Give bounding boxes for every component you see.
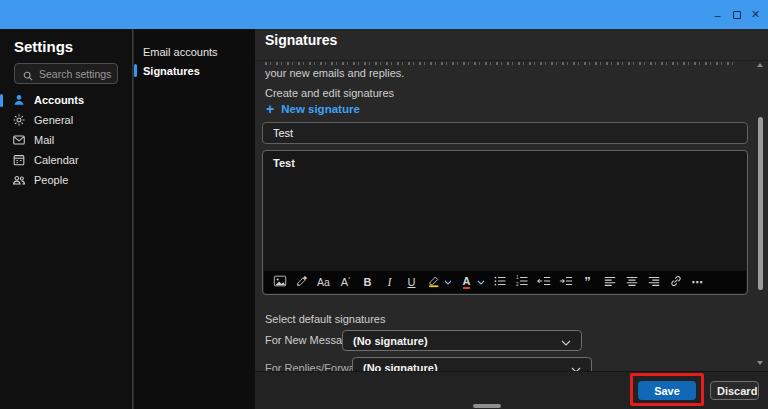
sidebar-item-mail[interactable]: Mail [0, 130, 133, 150]
page-title: Signatures [265, 32, 337, 48]
align-center-button[interactable] [624, 272, 639, 292]
chevron-down-icon[interactable] [444, 280, 452, 285]
for-new-messages-select[interactable]: (No signature) [342, 330, 582, 351]
search-input[interactable] [39, 68, 113, 80]
plus-icon: + [266, 103, 274, 115]
envelope-icon [12, 133, 26, 147]
clipped-text-line [265, 62, 733, 65]
sidebar-item-general[interactable]: General [0, 110, 133, 130]
new-signature-button[interactable]: + New signature [266, 103, 360, 115]
settings-nav: AccountsGeneralMailCalendarPeople [0, 90, 133, 190]
signature-editor-frame: Test AaA°BIUA12”⋯ [262, 150, 748, 295]
sidebar-item-label: Calendar [34, 154, 79, 166]
chevron-down-icon [561, 332, 571, 350]
subnav-item-email-accounts[interactable]: Email accounts [134, 42, 255, 61]
font-name-icon: Aa [317, 276, 330, 288]
settings-heading: Settings [14, 38, 73, 55]
create-signatures-label: Create and edit signatures [265, 87, 394, 99]
align-left-button[interactable] [602, 272, 617, 292]
save-button[interactable]: Save [638, 381, 696, 400]
selected-option: (No signature) [353, 335, 561, 347]
align-left-icon [603, 274, 617, 290]
sidebar-item-label: General [34, 114, 73, 126]
insert-image-button[interactable] [272, 272, 287, 292]
signatures-panel: Signatures your new emails and replies. … [255, 29, 768, 409]
subnav-item-label: Email accounts [143, 46, 218, 58]
sidebar-item-label: Mail [34, 134, 54, 146]
text-highlight-button[interactable] [426, 272, 441, 292]
svg-text:1: 1 [515, 275, 518, 280]
insert-link-icon [669, 274, 683, 290]
window-titlebar: – ✕ [0, 0, 768, 29]
decrease-indent-icon [537, 274, 551, 290]
increase-indent-button[interactable] [558, 272, 573, 292]
blockquote-button[interactable]: ” [580, 272, 595, 292]
person-icon [12, 93, 26, 107]
numbered-list-icon: 12 [515, 274, 529, 290]
scroll-down-arrow[interactable] [757, 361, 763, 365]
sidebar-item-people[interactable]: People [0, 170, 133, 190]
chevron-down-icon[interactable] [477, 280, 485, 285]
font-color-icon: A [463, 275, 471, 289]
more-formatting-icon: ⋯ [692, 276, 704, 289]
italic-button[interactable]: I [382, 272, 397, 292]
intro-text: your new emails and replies. [265, 67, 404, 79]
window-controls: – ✕ [708, 0, 765, 29]
new-signature-label: New signature [281, 103, 360, 115]
italic-icon: I [388, 275, 392, 290]
font-color-button[interactable]: A [459, 272, 474, 292]
signature-name-input[interactable] [262, 122, 748, 144]
default-signatures-label: Select default signatures [265, 313, 385, 325]
calendar-icon [12, 153, 26, 167]
underline-icon: U [408, 276, 416, 288]
sidebar-item-label: People [34, 174, 68, 186]
svg-text:2: 2 [515, 282, 518, 287]
format-painter-button[interactable] [294, 272, 309, 292]
format-painter-icon [295, 274, 309, 290]
maximize-button[interactable] [727, 0, 746, 29]
scroll-up-arrow[interactable] [757, 63, 763, 67]
formatting-toolbar: AaA°BIUA12”⋯ [264, 271, 746, 293]
align-right-icon [647, 274, 661, 290]
more-formatting-button[interactable]: ⋯ [690, 272, 705, 292]
bold-icon: B [364, 276, 372, 288]
bold-button[interactable]: B [360, 272, 375, 292]
signature-editor[interactable]: Test [273, 157, 737, 268]
decrease-indent-button[interactable] [536, 272, 551, 292]
people-icon [12, 173, 26, 187]
minimize-button[interactable]: – [708, 0, 727, 29]
increase-indent-icon [559, 274, 573, 290]
sidebar-item-label: Accounts [34, 94, 84, 106]
outlook-settings-window: – ✕ Settings AccountsGeneralMailCalendar… [0, 0, 768, 409]
header-divider [255, 60, 768, 61]
sidebar-item-accounts[interactable]: Accounts [0, 90, 133, 110]
underline-button[interactable]: U [404, 272, 419, 292]
bulleted-list-button[interactable] [492, 272, 507, 292]
scrollbar-thumb[interactable] [758, 117, 763, 290]
discard-button[interactable]: Discard [710, 381, 759, 400]
blockquote-icon: ” [584, 278, 591, 286]
settings-search-box[interactable] [14, 63, 118, 84]
align-center-icon [625, 274, 639, 290]
selected-indicator [134, 64, 137, 77]
selected-indicator [0, 94, 3, 107]
align-right-button[interactable] [646, 272, 661, 292]
search-icon [22, 68, 34, 80]
close-button[interactable]: ✕ [746, 0, 765, 29]
subnav-item-label: Signatures [143, 65, 200, 77]
settings-sidebar: Settings AccountsGeneralMailCalendarPeop… [0, 29, 133, 409]
gear-icon [12, 113, 26, 127]
insert-link-button[interactable] [668, 272, 683, 292]
horizontal-scrollbar-thumb[interactable] [473, 404, 501, 408]
font-name-button[interactable]: Aa [316, 272, 331, 292]
bulleted-list-icon [493, 274, 507, 290]
text-highlight-icon [427, 274, 441, 290]
font-size-button[interactable]: A° [338, 272, 353, 292]
maximize-icon [733, 11, 741, 19]
mail-settings-subnav: Email accountsSignatures [134, 29, 255, 409]
insert-image-icon [273, 274, 287, 290]
sidebar-item-calendar[interactable]: Calendar [0, 150, 133, 170]
font-size-icon: A° [341, 276, 351, 288]
numbered-list-button[interactable]: 12 [514, 272, 529, 292]
subnav-item-signatures[interactable]: Signatures [134, 61, 255, 80]
